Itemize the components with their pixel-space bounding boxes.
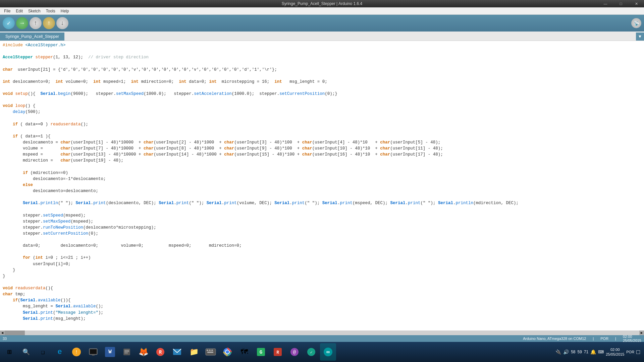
keyboard-lang[interactable]: ⌨ bbox=[598, 350, 604, 354]
title-bar: Syringe_Pump_Acell_Stepper | Arduino 1.6… bbox=[0, 0, 644, 7]
taskbar-app5[interactable] bbox=[119, 343, 135, 361]
window-title: Syringe_Pump_Acell_Stepper | Arduino 1.6… bbox=[282, 1, 363, 6]
taskbar-mail[interactable] bbox=[169, 343, 185, 361]
scroll-thumb[interactable] bbox=[5, 330, 25, 335]
app5-icon bbox=[121, 346, 133, 358]
search-button[interactable]: 🔍 bbox=[18, 343, 34, 361]
mail-icon bbox=[171, 346, 183, 358]
open-button[interactable]: ↑ bbox=[43, 17, 55, 29]
keyboard-icon bbox=[205, 346, 217, 358]
close-button[interactable]: ✕ bbox=[629, 0, 644, 7]
clock-date: 25/05/2015 bbox=[606, 352, 624, 357]
new-button[interactable]: ↑ bbox=[30, 17, 42, 29]
browser2-icon: @ bbox=[288, 346, 301, 358]
board-info: Arduino Nano, ATmega328 on COM12 bbox=[523, 337, 586, 341]
tab-scroll-arrow[interactable]: ▼ bbox=[636, 33, 644, 41]
tray-icons: 🔌 🔊 58 59 71 🔔 ⌨ bbox=[555, 349, 604, 355]
notification-center[interactable]: □ bbox=[636, 349, 640, 356]
maps-icon: 🗺 bbox=[238, 346, 250, 358]
editor-wrapper: #include <AccelStepper.h> AccelStepper s… bbox=[0, 41, 644, 330]
code-editor[interactable]: #include <AccelStepper.h> AccelStepper s… bbox=[0, 41, 644, 330]
menu-file[interactable]: File bbox=[1, 8, 13, 14]
minimize-button[interactable]: — bbox=[598, 0, 613, 7]
taskbar: ⊞ 🔍 ❑ e ! W 🦊 R 📁 bbox=[0, 342, 644, 362]
maximize-button[interactable]: □ bbox=[613, 0, 629, 7]
app14-icon: R bbox=[272, 346, 284, 358]
taskbar-keyboard[interactable] bbox=[203, 343, 219, 361]
task-view-icon: ❑ bbox=[37, 346, 49, 358]
chrome-icon bbox=[221, 346, 233, 358]
firefox-icon: 🦊 bbox=[138, 346, 150, 358]
svg-rect-3 bbox=[90, 349, 97, 354]
taskbar-app7[interactable]: R bbox=[152, 343, 168, 361]
svg-rect-6 bbox=[124, 350, 129, 351]
taskbar-maps[interactable]: 🗺 bbox=[236, 343, 252, 361]
taskbar-security[interactable]: ! bbox=[68, 343, 85, 361]
taskbar-word[interactable]: W bbox=[102, 343, 118, 361]
menu-tools[interactable]: Tools bbox=[43, 8, 58, 14]
save-button[interactable]: ↓ bbox=[56, 17, 68, 29]
monitor-icon bbox=[87, 346, 99, 358]
network-icon[interactable]: 🔌 bbox=[555, 349, 561, 355]
battery-71: 71 bbox=[584, 350, 588, 354]
security-icon: ! bbox=[70, 346, 83, 358]
clock-time: 02:00 bbox=[606, 347, 624, 352]
app16-icon: ✓ bbox=[305, 346, 317, 358]
volume-icon[interactable]: 🔊 bbox=[563, 349, 569, 355]
svg-text:@: @ bbox=[293, 350, 296, 355]
language: POR bbox=[600, 337, 608, 341]
notif-icon[interactable]: 🔔 bbox=[590, 349, 596, 355]
serial-monitor-button[interactable]: 📡 bbox=[631, 18, 641, 28]
taskbar-firefox[interactable]: 🦊 bbox=[136, 343, 152, 361]
taskbar-files[interactable]: 📁 bbox=[186, 343, 202, 361]
taskbar-ie[interactable]: e bbox=[52, 343, 68, 361]
taskbar-app13[interactable]: G bbox=[253, 343, 269, 361]
svg-text:✓: ✓ bbox=[310, 350, 312, 355]
battery-58: 58 bbox=[571, 350, 575, 354]
svg-rect-8 bbox=[124, 353, 128, 353]
files-icon: 📁 bbox=[188, 346, 200, 358]
toolbar: ✓ → ↑ ↑ ↓ 📡 bbox=[0, 15, 644, 32]
window-controls: — □ ✕ bbox=[598, 0, 644, 7]
horizontal-scrollbar[interactable]: ◀ ▶ bbox=[0, 330, 644, 335]
svg-text:G: G bbox=[260, 350, 262, 355]
tab-syringe-pump[interactable]: Syringe_Pump_Acell_Stepper bbox=[0, 33, 64, 41]
word-icon: W bbox=[105, 347, 115, 357]
svg-text:R: R bbox=[276, 350, 279, 355]
taskbar-monitor[interactable] bbox=[85, 343, 101, 361]
ie-icon: e bbox=[54, 346, 66, 358]
svg-rect-15 bbox=[211, 350, 213, 351]
taskbar-app14[interactable]: R bbox=[270, 343, 286, 361]
svg-point-19 bbox=[226, 350, 229, 354]
tab-bar: Syringe_Pump_Acell_Stepper ▼ bbox=[0, 32, 644, 41]
app13-icon: G bbox=[255, 346, 267, 358]
start-button[interactable]: ⊞ bbox=[1, 343, 17, 361]
menu-edit[interactable]: Edit bbox=[13, 8, 25, 14]
svg-rect-14 bbox=[209, 350, 211, 351]
svg-rect-4 bbox=[92, 355, 95, 356]
taskbar-browser2[interactable]: @ bbox=[286, 343, 303, 361]
clock-display: 02:00 25/05/2015 bbox=[623, 335, 641, 343]
line-number: 33 bbox=[3, 337, 7, 341]
taskbar-chrome[interactable] bbox=[219, 343, 235, 361]
scroll-left-arrow[interactable]: ◀ bbox=[0, 330, 5, 335]
app7-icon: R bbox=[154, 346, 166, 358]
upload-button[interactable]: → bbox=[16, 17, 28, 29]
svg-text:!: ! bbox=[75, 350, 78, 355]
taskbar-arduino[interactable]: ∞ bbox=[320, 343, 336, 361]
scroll-track[interactable] bbox=[5, 330, 639, 335]
svg-rect-13 bbox=[207, 350, 208, 351]
menu-bar: File Edit Sketch Tools Help bbox=[0, 7, 644, 15]
search-icon: 🔍 bbox=[20, 346, 32, 358]
windows-icon: ⊞ bbox=[3, 346, 15, 358]
taskbar-app16[interactable]: ✓ bbox=[303, 343, 319, 361]
svg-text:R: R bbox=[159, 350, 162, 355]
language-indicator: POR bbox=[626, 350, 634, 354]
task-view-button[interactable]: ❑ bbox=[35, 343, 51, 361]
svg-rect-16 bbox=[207, 352, 213, 353]
verify-button[interactable]: ✓ bbox=[3, 17, 15, 29]
menu-help[interactable]: Help bbox=[58, 8, 72, 14]
battery-59: 59 bbox=[578, 350, 582, 354]
clock[interactable]: 02:00 25/05/2015 bbox=[606, 347, 624, 357]
menu-sketch[interactable]: Sketch bbox=[25, 8, 43, 14]
